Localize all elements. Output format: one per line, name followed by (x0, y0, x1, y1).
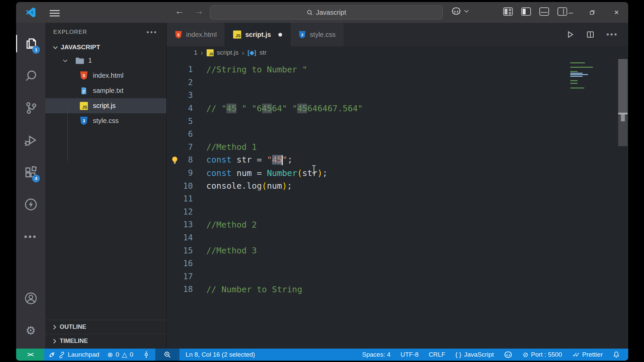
explorer-actions-icon[interactable]: ••• (147, 28, 158, 36)
breadcrumb-symbol[interactable]: str (260, 49, 267, 56)
line-text[interactable]: //String to Number " (193, 65, 307, 74)
tree-file-index-html[interactable]: 5 index.html (45, 68, 166, 83)
activity-thunder-client[interactable] (16, 188, 45, 221)
problems-item[interactable]: ⊗ 0 △ 0 (103, 349, 137, 361)
line-text[interactable]: //Method 3 (193, 246, 257, 255)
code-line[interactable]: 2 (167, 76, 628, 89)
code-line[interactable]: 13//Method 2 (167, 218, 628, 231)
cursor-position[interactable]: Ln 8, Col 16 (2 selected) (179, 349, 259, 361)
tree-folder-row[interactable]: 1 (45, 53, 166, 68)
code-line[interactable]: 9const num = Number(str); (167, 167, 628, 180)
restore-button[interactable] (589, 10, 598, 15)
close-button[interactable]: × (612, 8, 621, 17)
tab-script-js[interactable]: JS script.js (225, 23, 290, 46)
editor-actions: ••• (566, 23, 628, 46)
chevron-right-icon (53, 339, 56, 344)
outline-section[interactable]: OUTLINE (45, 320, 166, 334)
activity-explorer[interactable]: 1 (16, 27, 45, 60)
activity-search[interactable] (16, 60, 45, 92)
copilot-icon (451, 7, 461, 15)
run-file-icon[interactable] (566, 31, 574, 39)
minimize-button[interactable]: – (567, 8, 575, 17)
activity-extensions[interactable]: 4 (16, 156, 45, 188)
code-line[interactable]: 18// Number to String (167, 283, 628, 296)
chevron-down-icon (464, 9, 469, 13)
breadcrumb: 1 › JS script.js › [◈] str (167, 46, 628, 59)
more-actions-icon[interactable]: ••• (606, 30, 618, 39)
notifications-item[interactable] (608, 349, 625, 361)
line-text[interactable]: // "45 " "64564" "45646467.564" (193, 104, 363, 113)
customize-layout-icon[interactable] (503, 7, 513, 16)
toggle-panel-icon[interactable] (539, 7, 549, 16)
timeline-section[interactable]: TIMELINE (45, 334, 166, 348)
line-text[interactable]: // Number to String (193, 285, 302, 294)
line-text[interactable]: //Method 1 (193, 142, 257, 152)
copilot-menu[interactable] (451, 7, 469, 15)
code-line[interactable]: 10console.log(num); (167, 179, 628, 192)
line-text[interactable]: //Method 2 (193, 220, 257, 230)
tree-file-sample-txt[interactable]: sample.txt (45, 83, 166, 98)
encoding-label: UTF-8 (400, 351, 419, 358)
lightbulb-icon[interactable] (170, 156, 179, 165)
tab-style-css[interactable]: 3 style.css (290, 23, 344, 46)
live-server-port[interactable]: ⊘ Port : 5500 (518, 349, 567, 361)
zoom-indicator[interactable] (155, 349, 179, 361)
code-line[interactable]: 1//String to Number " (167, 63, 628, 76)
split-editor-icon[interactable] (586, 31, 594, 39)
code-line[interactable]: 15//Method 3 (167, 244, 628, 257)
activity-more[interactable]: ••• (16, 221, 45, 253)
line-text[interactable]: const num = Number(str); (193, 168, 327, 178)
code-line[interactable]: 16 (167, 257, 628, 270)
code-line[interactable]: 17 (167, 270, 628, 283)
code-line[interactable]: 14 (167, 231, 628, 244)
editor-scrollbar[interactable] (618, 59, 628, 349)
vscode-window: ← → Javascript – × (16, 2, 628, 361)
code-line[interactable]: 7//Method 1 (167, 141, 628, 154)
code-line[interactable]: 11 (167, 192, 628, 205)
activity-bar: 1 4 ••• ⚙ (16, 23, 45, 349)
file-name: script.js (93, 102, 116, 110)
workspace-section-header[interactable]: JAVASCRIPT (45, 42, 166, 53)
line-number: 13 (167, 220, 193, 229)
code-line[interactable]: 12 (167, 205, 628, 219)
back-arrow-icon[interactable]: ← (174, 6, 185, 16)
commit-indicator[interactable] (137, 349, 155, 361)
command-center-search[interactable]: Javascript (210, 5, 443, 19)
breadcrumb-file[interactable]: script.js (217, 49, 238, 56)
line-text[interactable]: const str = "45"; (193, 155, 292, 165)
modified-dot-icon[interactable] (278, 33, 282, 37)
forward-arrow-icon[interactable]: → (193, 6, 205, 16)
minimap[interactable] (570, 62, 607, 89)
formatter-item[interactable]: ✓✓ Prettier (567, 349, 608, 361)
remote-indicator[interactable]: >< (16, 349, 44, 361)
code-line[interactable]: 5 (167, 115, 628, 128)
rocket-icon (48, 351, 55, 358)
activity-source-control[interactable] (16, 92, 45, 124)
eol-item[interactable]: CRLF (424, 349, 450, 361)
menu-hamburger-icon[interactable] (50, 8, 60, 16)
launchpad-item[interactable]: Launchpad (44, 349, 103, 361)
language-item[interactable]: { } JavaScript (450, 349, 499, 361)
tab-index-html[interactable]: 5 index.html (167, 23, 225, 46)
breadcrumb-folder[interactable]: 1 (194, 49, 198, 56)
toggle-secondary-sidebar-icon[interactable] (557, 7, 567, 16)
css-file-icon: 3 (299, 31, 306, 39)
tree-file-style-css[interactable]: 3 style.css (45, 113, 166, 128)
activity-run-debug[interactable] (16, 124, 45, 156)
code-line[interactable]: 8const str = "45"; (167, 154, 628, 167)
code-line[interactable]: 6 (167, 128, 628, 141)
code-line[interactable]: 4// "45 " "64564" "45646467.564" (167, 102, 628, 115)
line-text[interactable]: console.log(num); (193, 181, 292, 191)
tree-file-script-js[interactable]: JS script.js (45, 98, 166, 113)
accounts-button[interactable] (16, 282, 45, 314)
code-editor[interactable]: 1//String to Number "234// "45 " "64564"… (167, 59, 628, 349)
encoding-item[interactable]: UTF-8 (395, 349, 424, 361)
code-line[interactable]: 3 (167, 89, 628, 102)
line-number: 12 (167, 207, 193, 217)
scrollbar-slider[interactable] (618, 59, 628, 113)
settings-button[interactable]: ⚙ (16, 314, 45, 347)
indentation-item[interactable]: Spaces: 4 (357, 349, 396, 361)
copilot-status[interactable] (499, 349, 518, 361)
toggle-primary-sidebar-icon[interactable] (521, 7, 531, 16)
cursor-position-label: Ln 8, Col 16 (2 selected) (185, 351, 255, 358)
